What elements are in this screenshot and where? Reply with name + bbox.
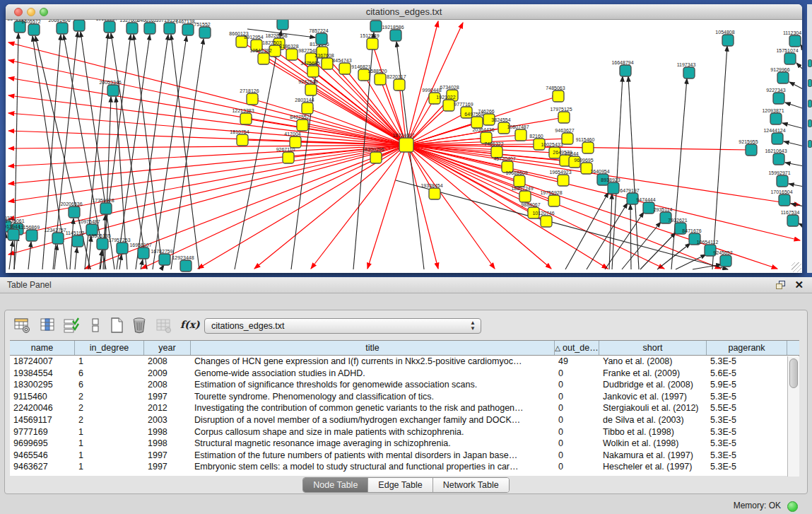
modify-table-icon[interactable] xyxy=(13,317,32,335)
network-node-17016504[interactable]: 17016504 xyxy=(770,189,792,206)
network-edge[interactable] xyxy=(153,36,187,269)
network-edge[interactable] xyxy=(801,45,802,51)
network-edge[interactable] xyxy=(136,35,168,269)
network-node-16033809[interactable]: 16033809 xyxy=(269,20,290,30)
table-scrollbar[interactable] xyxy=(787,356,799,477)
network-edge[interactable] xyxy=(8,78,406,145)
column-header-in_degree[interactable]: in_degree xyxy=(75,341,144,355)
table-row[interactable]: 977716911998Corpus callosum shape and si… xyxy=(10,426,799,438)
network-node-10543382[interactable]: 10543382 xyxy=(249,48,271,65)
column-header-out_de[interactable]: △out_de… xyxy=(555,341,599,355)
network-node-8427552[interactable]: 8427552 xyxy=(290,115,309,132)
network-node-1054808[interactable]: 1054808 xyxy=(715,30,734,47)
function-builder-icon[interactable]: f(x) xyxy=(180,319,199,337)
network-edge[interactable] xyxy=(671,78,687,269)
network-edge[interactable] xyxy=(406,145,800,240)
table-scrollbar-thumb[interactable] xyxy=(789,358,798,388)
network-edge[interactable] xyxy=(712,46,727,269)
network-node-9245652[interactable]: 9245652 xyxy=(713,250,732,267)
network-edge[interactable] xyxy=(791,204,802,206)
network-window-titlebar[interactable]: citations_edges.txt xyxy=(6,4,802,20)
network-node-16648794[interactable]: 16648794 xyxy=(611,60,633,77)
network-node-19756928[interactable]: 19756928 xyxy=(540,190,562,207)
column-header-name[interactable]: name xyxy=(10,341,75,355)
column-header-year[interactable]: year xyxy=(144,341,191,355)
network-node-12342757[interactable]: 12342757 xyxy=(44,228,66,245)
table-row[interactable]: 946362711997Embryonic stem cells: a mode… xyxy=(10,461,799,473)
network-edge[interactable] xyxy=(406,21,438,145)
network-node-1467138[interactable]: 1467138 xyxy=(175,20,194,35)
network-canvas[interactable]: 1872400786601238912954182260581827503105… xyxy=(6,20,802,273)
network-node-20691406[interactable]: 20691406 xyxy=(48,20,70,34)
network-node-16210643[interactable]: 16210643 xyxy=(765,148,787,165)
network-node-12444124[interactable]: 12444124 xyxy=(763,128,785,145)
table-row[interactable]: 969969511998Structural magnetic resonanc… xyxy=(10,438,799,450)
network-node-17975125[interactable]: 17975125 xyxy=(550,107,572,124)
network-node-8186328[interactable]: 8186328 xyxy=(279,44,298,61)
network-node-12923448[interactable]: 12923448 xyxy=(172,255,194,272)
network-node-9474444[interactable]: 9474444 xyxy=(636,197,655,214)
network-node-10653287[interactable]: 10653287 xyxy=(95,20,117,33)
network-edge[interactable] xyxy=(9,241,13,269)
table-row[interactable]: 1938455462009Genome-wide association stu… xyxy=(10,368,799,380)
network-edge[interactable] xyxy=(785,163,802,166)
table-row[interactable]: 946554611997Estimation of the future num… xyxy=(10,450,799,462)
float-panel-icon[interactable] xyxy=(776,280,787,293)
network-edge[interactable] xyxy=(796,63,802,71)
tab-node-table[interactable]: Node Table xyxy=(303,478,368,492)
network-node-10719155[interactable]: 10719155 xyxy=(155,20,177,34)
network-node-2803144[interactable]: 2803144 xyxy=(295,98,314,115)
network-edge[interactable] xyxy=(8,145,406,184)
network-node-20206536[interactable]: 20206536 xyxy=(60,201,82,218)
citation-network-graph[interactable]: 1872400786601238912954182260581827503105… xyxy=(6,20,802,273)
network-edge[interactable] xyxy=(565,192,608,269)
network-edge[interactable] xyxy=(134,35,163,269)
network-node-1588520[interactable]: 1588520 xyxy=(367,69,387,86)
show-columns-icon[interactable] xyxy=(39,317,57,335)
network-edge[interactable] xyxy=(119,255,122,269)
network-node-9215955[interactable]: 9215955 xyxy=(739,139,758,156)
network-node-9242848[interactable]: 9242848 xyxy=(298,79,317,96)
network-node-9267110[interactable]: 9267110 xyxy=(276,147,295,164)
network-edge[interactable] xyxy=(789,82,802,90)
network-node-13505135[interactable]: 13505135 xyxy=(88,233,110,250)
table-row[interactable]: 1456911722003Disruption of a novel membe… xyxy=(10,414,799,426)
network-edge[interactable] xyxy=(789,184,802,187)
network-node-12093871[interactable]: 12093871 xyxy=(762,108,784,125)
network-node-8220317[interactable]: 8220317 xyxy=(387,74,406,91)
tab-network-table[interactable]: Network Table xyxy=(433,478,509,492)
network-edge[interactable] xyxy=(785,103,802,109)
network-node-19338454[interactable]: 19338454 xyxy=(420,183,442,200)
network-edge[interactable] xyxy=(657,243,690,269)
network-node-3475685[interactable]: 3475685 xyxy=(300,61,319,78)
network-node-1810754[interactable]: 1810754 xyxy=(230,129,249,146)
network-edge[interactable] xyxy=(622,222,661,269)
close-panel-icon[interactable]: ✕ xyxy=(794,279,804,291)
network-node-1197343[interactable]: 1197343 xyxy=(677,62,696,79)
table-row[interactable]: 1830029562008Estimation of significance … xyxy=(10,379,799,391)
network-edge[interactable] xyxy=(28,242,31,269)
table-row[interactable]: 1872400712008Changes of HCN gene express… xyxy=(10,356,799,368)
column-header-title[interactable]: title xyxy=(191,341,555,355)
network-node-19218586[interactable]: 19218586 xyxy=(382,25,404,42)
network-node-8813054[interactable]: 8813054 xyxy=(363,20,382,32)
network-view-window[interactable]: citations_edges.txt 18724007866012389129… xyxy=(6,4,802,273)
network-node-2718126[interactable]: 2718126 xyxy=(240,88,259,105)
memory-status-indicator[interactable] xyxy=(787,501,798,512)
network-edge[interactable] xyxy=(628,76,639,269)
network-node-1112304[interactable]: 1112304 xyxy=(783,30,801,47)
network-edge[interactable] xyxy=(799,223,802,226)
table-panel-header[interactable]: Table Panel ✕ xyxy=(0,277,812,293)
network-node-417004[interactable]: 417004 xyxy=(284,132,301,148)
network-node-10807487[interactable]: 10807487 xyxy=(507,124,529,141)
network-node-15992971[interactable]: 15992971 xyxy=(768,170,790,187)
delete-table-icon[interactable] xyxy=(131,317,149,335)
network-edge[interactable] xyxy=(784,141,802,146)
network-node-1512549[interactable]: 1512549 xyxy=(360,33,379,50)
network-edge[interactable] xyxy=(8,145,406,219)
network-node-9129966[interactable]: 9129966 xyxy=(770,67,789,84)
network-edge[interactable] xyxy=(8,113,406,145)
network-edge[interactable] xyxy=(406,23,463,145)
network-edge[interactable] xyxy=(252,99,406,145)
network-node-1527602[interactable]: 1527602 xyxy=(119,20,139,34)
